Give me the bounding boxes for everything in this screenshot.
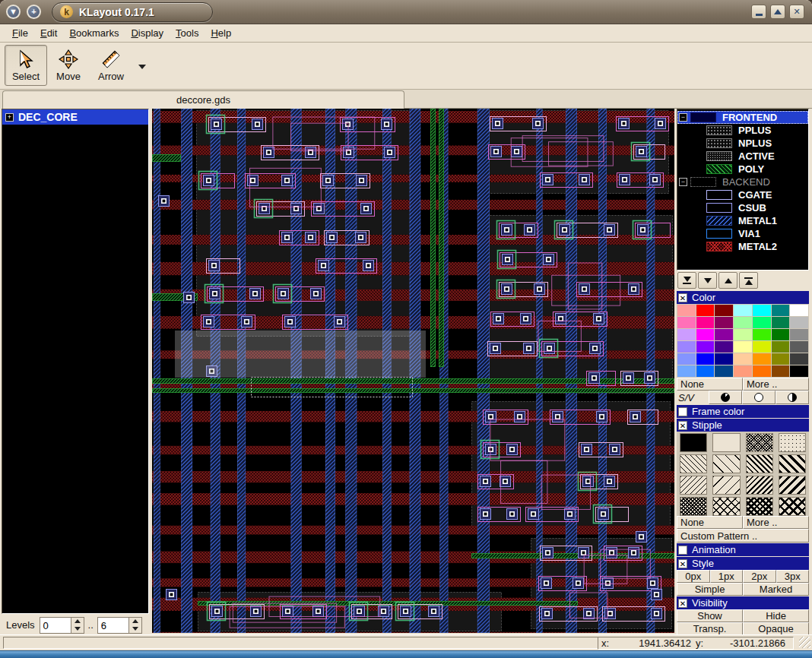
style-simple-button[interactable]: Simple bbox=[677, 583, 743, 596]
palette-color[interactable] bbox=[753, 353, 771, 365]
sv-dark-button[interactable] bbox=[709, 391, 742, 404]
palette-color[interactable] bbox=[790, 341, 808, 353]
maximize-button[interactable] bbox=[770, 5, 785, 19]
layer-row-nplus[interactable]: NPLUS bbox=[677, 137, 808, 150]
stipple-pattern-sparse-dots[interactable] bbox=[779, 433, 806, 452]
visibility-hide-button[interactable]: Hide bbox=[743, 609, 809, 622]
palette-color[interactable] bbox=[790, 305, 808, 316]
layer-row-frontend[interactable]: − FRONTEND bbox=[677, 111, 808, 124]
visibility-show-button[interactable]: Show bbox=[677, 609, 743, 622]
palette-color[interactable] bbox=[677, 305, 696, 316]
tab-deccore[interactable]: deccore.gds bbox=[2, 90, 404, 109]
animation-section-header[interactable]: Animation bbox=[677, 543, 809, 556]
levels-to-value[interactable]: 6 bbox=[98, 618, 128, 633]
style-3px-button[interactable]: 3px bbox=[776, 570, 810, 583]
layer-row-cgate[interactable]: CGATE bbox=[677, 188, 808, 201]
stipple-pattern-dense-cross[interactable] bbox=[746, 497, 773, 516]
levels-to-spinbox[interactable]: 6 bbox=[97, 617, 142, 634]
palette-color[interactable] bbox=[772, 341, 790, 353]
palette-color[interactable] bbox=[715, 305, 733, 316]
spin-down-icon[interactable] bbox=[129, 625, 141, 633]
sv-half-button[interactable] bbox=[776, 391, 809, 404]
palette-color[interactable] bbox=[753, 317, 771, 328]
stipple-pattern-diamond-lattice[interactable] bbox=[779, 497, 806, 516]
palette-color[interactable] bbox=[734, 329, 752, 340]
palette-color[interactable] bbox=[715, 329, 733, 340]
cell-tree-panel[interactable]: + DEC_CORE bbox=[2, 109, 149, 614]
move-layer-down-button[interactable] bbox=[698, 272, 717, 289]
palette-color[interactable] bbox=[790, 317, 808, 328]
palette-color[interactable] bbox=[734, 365, 752, 377]
menu-bookmarks[interactable]: Bookmarks bbox=[63, 25, 125, 41]
stipple-pattern-solid[interactable] bbox=[680, 433, 707, 452]
palette-color[interactable] bbox=[734, 341, 752, 353]
layer-swatch-metal1[interactable] bbox=[706, 216, 732, 226]
expand-icon[interactable]: + bbox=[5, 113, 14, 122]
window-menu-button[interactable]: ▼ bbox=[6, 5, 21, 19]
layer-swatch-frontend[interactable] bbox=[690, 112, 716, 122]
layer-row-backend[interactable]: − BACKEND bbox=[677, 176, 808, 188]
palette-color[interactable] bbox=[677, 353, 696, 365]
layer-swatch-nplus[interactable] bbox=[706, 138, 732, 148]
tool-dropdown-icon[interactable] bbox=[138, 65, 146, 69]
layer-swatch-cgate[interactable] bbox=[706, 190, 732, 200]
palette-color[interactable] bbox=[772, 317, 790, 328]
layer-swatch-poly[interactable] bbox=[706, 164, 732, 174]
stipple-pattern-empty[interactable] bbox=[712, 433, 740, 452]
palette-color[interactable] bbox=[734, 305, 752, 316]
layout-canvas[interactable] bbox=[152, 109, 674, 633]
move-layer-up-button[interactable] bbox=[718, 272, 737, 289]
palette-color[interactable] bbox=[696, 365, 715, 377]
palette-color[interactable] bbox=[677, 341, 696, 353]
menu-display[interactable]: Display bbox=[125, 25, 170, 41]
titlebar[interactable]: ▼ + k KLayout 0.17.1 ✕ bbox=[0, 0, 812, 24]
stipple-pattern-bdiag-fine[interactable] bbox=[680, 476, 707, 495]
visibility-section-header[interactable]: ✕ Visibility bbox=[677, 596, 809, 609]
stipple-checkbox[interactable]: ✕ bbox=[678, 421, 687, 430]
move-tool-button[interactable]: Move bbox=[47, 45, 90, 86]
resize-grip[interactable] bbox=[799, 637, 810, 648]
stipple-pattern-fdiag-dense[interactable] bbox=[746, 454, 773, 473]
layer-swatch-metal2[interactable] bbox=[706, 242, 732, 251]
levels-from-spinbox[interactable]: 0 bbox=[40, 617, 84, 634]
layer-swatch-csub[interactable] bbox=[706, 203, 732, 213]
select-tool-button[interactable]: Select bbox=[5, 45, 47, 86]
spin-up-icon[interactable] bbox=[129, 618, 141, 625]
close-button[interactable]: ✕ bbox=[789, 5, 804, 19]
palette-color[interactable] bbox=[772, 353, 790, 365]
palette-color[interactable] bbox=[790, 329, 808, 340]
cell-tree-row-dec-core[interactable]: + DEC_CORE bbox=[2, 109, 148, 125]
style-section-header[interactable]: ✕ Style bbox=[677, 557, 809, 570]
palette-color[interactable] bbox=[772, 365, 790, 377]
palette-color[interactable] bbox=[790, 353, 808, 365]
move-layer-top-button[interactable] bbox=[739, 272, 758, 289]
palette-color[interactable] bbox=[677, 317, 696, 328]
palette-color[interactable] bbox=[696, 329, 715, 340]
animation-checkbox[interactable] bbox=[678, 546, 687, 555]
palette-color[interactable] bbox=[734, 317, 752, 328]
layer-swatch-backend[interactable] bbox=[690, 177, 716, 187]
layer-row-metal1[interactable]: METAL1 bbox=[677, 214, 808, 227]
style-checkbox[interactable]: ✕ bbox=[678, 559, 687, 568]
stipple-pattern-dense-checker[interactable] bbox=[746, 433, 773, 452]
palette-color[interactable] bbox=[696, 317, 715, 328]
palette-color[interactable] bbox=[696, 353, 715, 365]
color-more-button[interactable]: More .. bbox=[743, 378, 809, 391]
style-2px-button[interactable]: 2px bbox=[743, 570, 776, 583]
spin-down-icon[interactable] bbox=[71, 625, 84, 633]
layer-row-metal2[interactable]: METAL2 bbox=[677, 240, 808, 253]
layer-list[interactable]: − FRONTEND PPLUS NPLUS ACTIVE bbox=[677, 109, 809, 270]
color-none-button[interactable]: None bbox=[677, 378, 743, 391]
stipple-pattern-bdiag-bold[interactable] bbox=[779, 476, 806, 495]
layer-row-via1[interactable]: VIA1 bbox=[677, 227, 808, 240]
stipple-pattern-bdiag-dense[interactable] bbox=[746, 476, 773, 495]
layer-row-active[interactable]: ACTIVE bbox=[677, 150, 808, 163]
stipple-pattern-bdiag-sparse[interactable] bbox=[712, 476, 740, 495]
levels-from-value[interactable]: 0 bbox=[40, 618, 71, 633]
stipple-more-button[interactable]: More .. bbox=[743, 516, 809, 529]
palette-color[interactable] bbox=[677, 365, 696, 377]
palette-color[interactable] bbox=[753, 341, 771, 353]
menu-tools[interactable]: Tools bbox=[170, 25, 205, 41]
layer-swatch-active[interactable] bbox=[706, 151, 732, 161]
palette-color[interactable] bbox=[677, 329, 696, 340]
